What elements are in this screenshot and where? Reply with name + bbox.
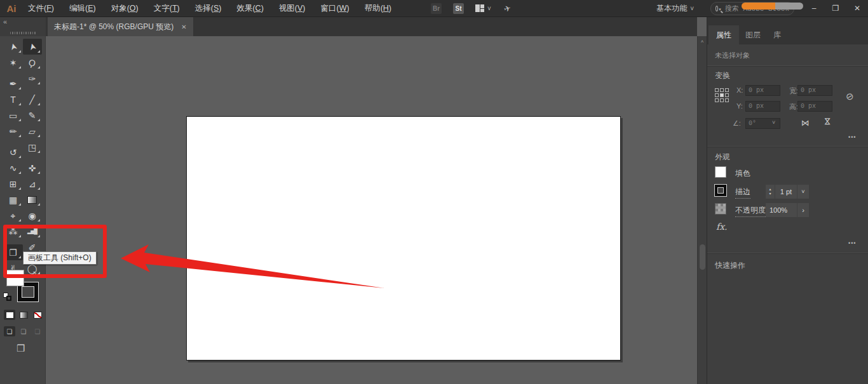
menu-o[interactable]: 对象(O) <box>111 3 139 14</box>
menu-w[interactable]: 窗口(W) <box>320 3 349 14</box>
flip-vertical-icon[interactable]: ⋈ <box>823 117 832 126</box>
type-tool[interactable]: T <box>4 91 23 107</box>
shape-builder-tool-icon: ⊞ <box>10 180 17 189</box>
artboard[interactable] <box>186 116 621 361</box>
menu-h[interactable]: 帮助(H) <box>365 3 391 14</box>
tab-libraries[interactable]: 库 <box>766 25 789 44</box>
selection-tool[interactable]: ➤ <box>4 39 23 55</box>
menu-f[interactable]: 文件(F) <box>28 3 54 14</box>
default-fill-stroke-icon[interactable] <box>3 293 11 301</box>
highlight-smudge <box>742 3 803 10</box>
workspace-chevron-icon[interactable]: ˅ <box>690 5 694 12</box>
direct-selection-tool[interactable]: ➤ <box>23 39 42 55</box>
stroke-label[interactable]: 描边 <box>735 187 750 199</box>
bridge-icon[interactable]: Br <box>431 3 442 14</box>
arrange-documents-icon[interactable] <box>475 4 484 12</box>
width-tool[interactable]: ∿ <box>4 160 23 176</box>
opacity-value[interactable]: 100% <box>766 203 797 217</box>
fx-button[interactable]: fx. <box>716 222 728 232</box>
vertical-scrollbar[interactable]: ˄ <box>697 36 707 384</box>
draw-behind-icon[interactable]: ❏ <box>18 326 29 336</box>
rectangle-tool[interactable]: ▭ <box>4 107 23 123</box>
pen-tool[interactable]: ✒ <box>4 76 23 91</box>
mesh-tool[interactable]: ▦ <box>4 192 23 208</box>
screen-mode-icon[interactable]: ❒ <box>17 343 25 354</box>
x-field[interactable]: 0 px <box>745 85 780 96</box>
menu-bar: Ai 文件(F)编辑(E)对象(O)文字(T)选择(S)效果(C)视图(V)窗口… <box>0 0 868 17</box>
magic-wand-tool-icon: ✶ <box>10 58 17 67</box>
puppet-warp-tool[interactable]: ✜ <box>23 160 42 176</box>
angle-chevron-icon[interactable]: ˅ <box>772 119 775 126</box>
gradient-button[interactable] <box>18 310 29 320</box>
perspective-grid-tool-icon: ⊿ <box>29 180 36 189</box>
height-field[interactable]: 0 px <box>797 101 832 112</box>
scrollbar-thumb[interactable] <box>700 244 705 270</box>
curvature-tool[interactable]: ✑ <box>23 70 42 86</box>
blend-tool[interactable]: ◉ <box>23 208 42 223</box>
stock-icon[interactable]: St <box>453 3 464 14</box>
stroke-weight-value[interactable]: 1 pt <box>775 185 797 199</box>
menu-e[interactable]: 编辑(E) <box>69 3 96 14</box>
stroke-stepper[interactable]: ▴▾ <box>766 185 775 199</box>
none-button[interactable] <box>32 310 43 320</box>
workspace-switcher[interactable]: 基本功能 <box>656 3 687 14</box>
restore-button[interactable]: ❐ <box>825 4 846 13</box>
stroke-weight-chevron-icon[interactable]: ˅ <box>797 185 809 199</box>
shape-builder-tool[interactable]: ⊞ <box>4 176 23 192</box>
shaper-tool[interactable]: ✏ <box>4 123 23 139</box>
transform-more-icon[interactable]: ••• <box>848 134 856 140</box>
menu-t[interactable]: 文字(T) <box>154 3 180 14</box>
tab-properties[interactable]: 属性 <box>709 25 739 44</box>
document-tab[interactable]: 未标题-1* @ 50% (RGB/GPU 预览) ✕ <box>48 17 193 36</box>
tab-layers[interactable]: 图层 <box>738 25 768 44</box>
appearance-fill-swatch[interactable] <box>715 166 726 178</box>
chevron-down-icon[interactable]: ˅ <box>487 5 491 12</box>
curvature-tool-icon: ✑ <box>29 74 36 83</box>
opacity-swatch[interactable] <box>715 203 726 215</box>
gradient-tool[interactable] <box>23 192 42 208</box>
eraser-tool[interactable]: ▱ <box>23 123 42 139</box>
scroll-up-icon[interactable]: ˄ <box>698 36 707 44</box>
scale-tool[interactable]: ◳ <box>23 139 42 155</box>
search-icon <box>715 6 718 11</box>
illustrator-window: Ai 文件(F)编辑(E)对象(O)文字(T)选择(S)效果(C)视图(V)窗口… <box>0 0 868 384</box>
eyedropper-tool[interactable]: ⌖ <box>4 208 23 223</box>
collapse-toolbar-icon[interactable]: « <box>3 18 6 25</box>
drawing-mode-row: ❏ ❏ ❏ <box>4 326 43 336</box>
perspective-grid-tool[interactable]: ⊿ <box>23 176 42 192</box>
y-field[interactable]: 0 px <box>745 101 780 112</box>
magic-wand-tool[interactable]: ✶ <box>4 55 23 70</box>
tab-close-icon[interactable]: ✕ <box>181 23 186 30</box>
appearance-more-icon[interactable]: ••• <box>848 240 856 246</box>
menu-s[interactable]: 选择(S) <box>195 3 222 14</box>
toolbar-grip[interactable] <box>10 32 36 34</box>
line-segment-tool[interactable]: ╱ <box>23 91 42 107</box>
document-tab-title: 未标题-1* @ 50% (RGB/GPU 预览) <box>54 22 173 32</box>
paintbrush-tool[interactable]: ✎ <box>23 107 42 123</box>
width-field[interactable]: 0 px <box>797 85 832 96</box>
tools-panel: ➤➤✶Ϙ✒✑T╱▭✎✏▱↺◳∿✜⊞⊿▦⌖◉⁂▂▅█❐✐✌◯ ⇄ ❏ ❏ ❏ ❒ <box>0 36 46 384</box>
opacity-arrow-icon[interactable]: › <box>797 203 809 217</box>
menu-v[interactable]: 视图(V) <box>279 3 306 14</box>
canvas[interactable] <box>46 36 697 384</box>
reference-point-icon[interactable] <box>715 88 729 102</box>
opacity-label[interactable]: 不透明度 <box>735 205 766 217</box>
pen-tool-icon: ✒ <box>10 79 17 88</box>
flip-horizontal-icon[interactable]: ⋈ <box>801 118 810 128</box>
lasso-tool[interactable]: Ϙ <box>23 55 42 70</box>
panel-tabs: 属性 图层 库 <box>707 17 868 44</box>
share-icon[interactable]: ✈ <box>503 3 512 14</box>
app-logo: Ai <box>0 3 23 14</box>
appearance-stroke-swatch[interactable] <box>715 185 726 196</box>
transform-section-title: 变换 <box>715 70 730 81</box>
minimize-button[interactable]: – <box>803 4 825 13</box>
menu-c[interactable]: 效果(C) <box>236 3 263 14</box>
draw-normal-icon[interactable]: ❏ <box>4 326 15 336</box>
draw-inside-icon[interactable]: ❏ <box>32 326 43 336</box>
link-proportions-icon[interactable]: ⊘ <box>844 90 855 103</box>
divider <box>707 65 868 66</box>
rotate-tool[interactable]: ↺ <box>4 144 23 160</box>
rotate-tool-icon: ↺ <box>10 148 17 157</box>
color-button[interactable] <box>4 310 15 320</box>
close-button[interactable]: ✕ <box>846 4 868 13</box>
